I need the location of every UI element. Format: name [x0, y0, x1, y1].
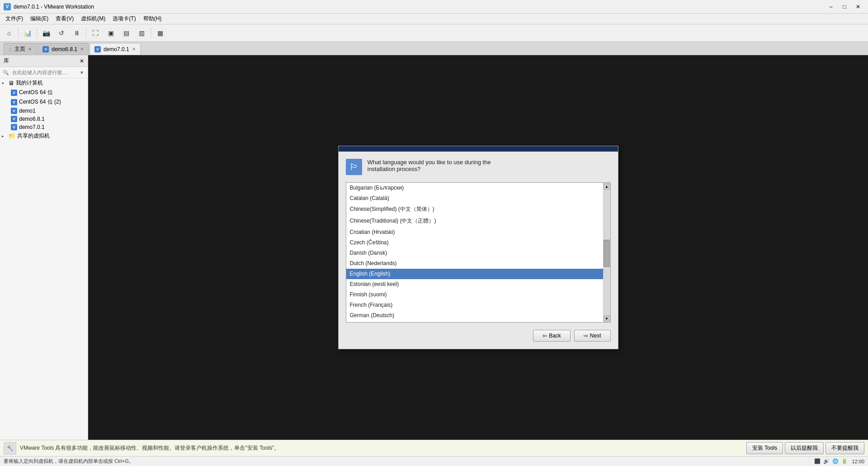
- tray-icon-1: ⬛: [814, 458, 821, 465]
- toolbar-chart[interactable]: 📊: [20, 27, 35, 39]
- tab-home-close[interactable]: ✕: [28, 47, 32, 52]
- scrollbar-thumb-area: [604, 190, 610, 315]
- language-item-0[interactable]: Bulgarian (Български): [346, 183, 603, 193]
- dialog-buttons: ⇦ Back ⇨ Next: [346, 330, 611, 342]
- toolbar-view1[interactable]: ▣: [104, 27, 118, 39]
- status-icon-box: 🔧: [4, 442, 16, 455]
- menu-tabs[interactable]: 选项卡(T): [109, 14, 139, 24]
- menu-help[interactable]: 帮助(H): [140, 14, 165, 24]
- sidebar-label-centos1: CentOS 64 位: [19, 89, 53, 96]
- sidebar-label-shared: 共享的虚拟机: [17, 132, 50, 140]
- status-bar: 🔧 VMware Tools 具有很多功能，能改善鼠标移动性、视频和性能。请登录…: [0, 440, 868, 456]
- expand-arrow-my-computer: ▾: [2, 81, 6, 86]
- tab-demo6-close[interactable]: ✕: [80, 47, 84, 52]
- toolbar-revert[interactable]: ↺: [54, 27, 69, 39]
- tab-demo7-close[interactable]: ✕: [132, 47, 136, 52]
- search-dropdown-arrow[interactable]: ▼: [79, 70, 85, 75]
- vm-icon-demo1: V: [11, 108, 17, 114]
- tab-demo7-icon: V: [94, 46, 101, 52]
- tab-demo7[interactable]: V demo7.0.1 ✕: [90, 43, 141, 55]
- app-icon: V: [4, 3, 11, 10]
- toolbar-suspend[interactable]: ⏸: [70, 27, 84, 39]
- vm-icon-demo701: V: [11, 124, 17, 130]
- vm-icon-centos1: V: [11, 90, 17, 96]
- scrollbar-thumb[interactable]: [604, 240, 610, 267]
- back-button-label: Back: [549, 333, 561, 339]
- toolbar: ⌂ 📊 📷 ↺ ⏸ ⛶ ▣ ▤ ▥ ▦: [0, 24, 868, 42]
- language-item-3[interactable]: Chinese(Traditional) (中文（正體）): [346, 215, 603, 227]
- remind-later-button[interactable]: 以后提醒我: [785, 442, 824, 454]
- bottom-message: 要将输入定向到虚拟机，请在虚拟机内部单击或按 Ctrl+G。: [4, 458, 134, 465]
- back-arrow-icon: ⇦: [542, 333, 547, 339]
- bottom-bar: 要将输入定向到虚拟机，请在虚拟机内部单击或按 Ctrl+G。 ⬛ 🔊 🌐 🔋 1…: [0, 456, 868, 466]
- separator-1: [18, 28, 19, 38]
- window-title: demo7.0.1 - VMware Workstation: [14, 4, 825, 10]
- language-list[interactable]: Bulgarian (Български)Catalan (Català)Chi…: [346, 183, 603, 322]
- status-message: VMware Tools 具有很多功能，能改善鼠标移动性、视频和性能。请登录客户…: [20, 444, 279, 452]
- minimize-button[interactable]: –: [825, 2, 837, 11]
- language-item-11[interactable]: French (Français): [346, 300, 603, 310]
- dont-remind-button[interactable]: 不要提醒我: [826, 442, 864, 454]
- tab-home[interactable]: ⌂ 主页 ✕: [4, 43, 37, 55]
- sidebar-item-centos1[interactable]: V CentOS 64 位: [0, 88, 88, 97]
- language-item-5[interactable]: Czech (Čeština): [346, 238, 603, 248]
- system-tray: ⬛ 🔊 🌐 🔋 12:00: [814, 458, 864, 465]
- toolbar-view3[interactable]: ▥: [134, 27, 149, 39]
- toolbar-settings[interactable]: ▦: [153, 27, 167, 39]
- sidebar-label-my-computer: 我的计算机: [16, 79, 43, 87]
- menu-vm[interactable]: 虚拟机(M): [77, 14, 109, 24]
- content-area: 🏳 What language would you like to use du…: [88, 55, 868, 440]
- language-item-8[interactable]: English (English): [346, 269, 603, 279]
- menu-file[interactable]: 文件(F): [2, 14, 27, 24]
- sidebar-item-demo701[interactable]: V demo7.0.1: [0, 123, 88, 131]
- toolbar-fullscreen[interactable]: ⛶: [88, 27, 103, 39]
- toolbar-view2[interactable]: ▤: [119, 27, 133, 39]
- sidebar: 库 ✕ 🔍 ▼ ▾ 🖥 我的计算机 V CentOS 64 位 V CentOS…: [0, 55, 88, 440]
- scroll-down-button[interactable]: ▼: [604, 315, 610, 322]
- language-list-container: Bulgarian (Български)Catalan (Català)Chi…: [346, 182, 611, 323]
- folder-icon-shared: 📁: [8, 133, 15, 139]
- close-button[interactable]: ✕: [852, 2, 864, 11]
- search-input[interactable]: [10, 69, 79, 76]
- language-item-2[interactable]: Chinese(Simplified) (中文（简体）): [346, 204, 603, 215]
- sidebar-item-demo681[interactable]: V demo6.8.1: [0, 115, 88, 123]
- install-tools-button[interactable]: 安装 Tools: [746, 442, 783, 454]
- sidebar-item-centos2[interactable]: V CentOS 64 位 (2): [0, 97, 88, 107]
- toolbar-snapshot[interactable]: 📷: [39, 27, 53, 39]
- menu-view[interactable]: 查看(V): [52, 14, 77, 24]
- sidebar-tree: ▾ 🖥 我的计算机 V CentOS 64 位 V CentOS 64 位 (2…: [0, 78, 88, 440]
- dialog-title-row: 🏳 What language would you like to use du…: [346, 159, 611, 175]
- language-dialog: 🏳 What language would you like to use du…: [338, 146, 618, 349]
- next-button-label: Next: [590, 333, 601, 339]
- sidebar-search-bar[interactable]: 🔍 ▼: [0, 67, 88, 78]
- next-button[interactable]: ⇨ Next: [574, 330, 611, 342]
- language-item-13[interactable]: Greek (Ελληνικά): [346, 321, 603, 322]
- tabs-bar: ⌂ 主页 ✕ V demo6.8.1 ✕ V demo7.0.1 ✕: [0, 42, 868, 55]
- main-layout: 库 ✕ 🔍 ▼ ▾ 🖥 我的计算机 V CentOS 64 位 V CentOS…: [0, 55, 868, 440]
- toolbar-home[interactable]: ⌂: [2, 27, 16, 39]
- scroll-up-button[interactable]: ▲: [604, 183, 610, 190]
- scrollbar-track[interactable]: ▲ ▼: [603, 183, 610, 322]
- language-item-6[interactable]: Danish (Dansk): [346, 248, 603, 258]
- language-item-1[interactable]: Catalan (Català): [346, 193, 603, 204]
- sidebar-item-demo1[interactable]: V demo1: [0, 107, 88, 115]
- menu-edit[interactable]: 编辑(E): [27, 14, 52, 24]
- sidebar-item-shared-vms[interactable]: ▸ 📁 共享的虚拟机: [0, 131, 88, 141]
- tab-demo7-label: demo7.0.1: [104, 46, 129, 52]
- language-item-4[interactable]: Croatian (Hrvatski): [346, 227, 603, 238]
- language-item-9[interactable]: Estonian (eesti keel): [346, 279, 603, 290]
- language-item-12[interactable]: German (Deutsch): [346, 310, 603, 321]
- dialog-question-line1: What language would you like to use duri…: [368, 159, 491, 166]
- dialog-question: What language would you like to use duri…: [368, 159, 491, 172]
- flag-symbol: 🏳: [349, 162, 359, 172]
- back-button[interactable]: ⇦ Back: [533, 330, 571, 342]
- language-item-7[interactable]: Dutch (Nederlands): [346, 258, 603, 269]
- dialog-question-line2: installation process?: [368, 166, 491, 172]
- title-bar: V demo7.0.1 - VMware Workstation – □ ✕: [0, 0, 868, 14]
- tab-demo6[interactable]: V demo6.8.1 ✕: [38, 43, 89, 55]
- computer-icon: 🖥: [8, 80, 14, 86]
- maximize-button[interactable]: □: [838, 2, 851, 11]
- sidebar-item-my-computer[interactable]: ▾ 🖥 我的计算机: [0, 78, 88, 88]
- language-item-10[interactable]: Finnish (suomi): [346, 290, 603, 300]
- sidebar-close-icon[interactable]: ✕: [80, 58, 84, 64]
